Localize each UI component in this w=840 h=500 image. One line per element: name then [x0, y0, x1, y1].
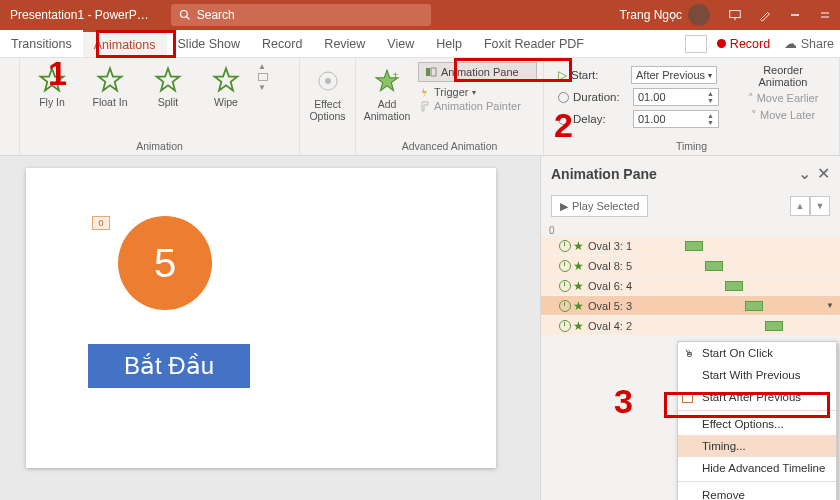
svg-rect-2 [730, 11, 741, 18]
tab-review[interactable]: Review [313, 30, 376, 57]
ribbon: Fly In Float In Split Wipe ▲▼ Animation … [0, 58, 840, 156]
star-icon: ★ [573, 319, 584, 333]
start-label: Start: [571, 69, 627, 81]
effect-label: Float In [92, 96, 127, 108]
trigger-label: Trigger [434, 86, 468, 98]
clock-icon [559, 240, 571, 252]
start-value: After Previous [636, 69, 705, 81]
ctx-timing[interactable]: Timing... [678, 435, 836, 457]
ctx-effect-options[interactable]: Effect Options... [678, 413, 836, 435]
start-dropdown[interactable]: After Previous▾ [631, 66, 717, 84]
window-down-icon[interactable] [810, 0, 840, 30]
anim-item-4[interactable]: ★Oval 4: 2 [541, 316, 840, 336]
svg-rect-15 [426, 68, 430, 76]
animation-list: 0 ★Oval 3: 1 ★Oval 8: 5 ★Oval 6: 4 ★Oval… [541, 225, 840, 336]
share-label: Share [801, 37, 834, 51]
tab-record[interactable]: Record [251, 30, 313, 57]
ctx-start-on-click[interactable]: 🖱Start On Click [678, 342, 836, 364]
draw-icon[interactable] [750, 0, 780, 30]
reorder-label: Reorder Animation [739, 64, 827, 88]
add-animation-icon: + [372, 66, 402, 96]
tab-foxit[interactable]: Foxit Reader PDF [473, 30, 595, 57]
oval-shape[interactable]: 5 [118, 216, 212, 310]
tab-transitions[interactable]: Transitions [0, 30, 83, 57]
anim-item-2[interactable]: ★Oval 6: 4 [541, 276, 840, 296]
play-icon: ▶ [560, 200, 568, 213]
move-later: ˅ Move Later [739, 109, 827, 122]
move-up-icon[interactable]: ▲ [790, 196, 810, 216]
minimize-icon[interactable] [780, 0, 810, 30]
title-bar: Presentation1 - PowerP… Search Trang Ngọ… [0, 0, 840, 30]
slide-canvas[interactable]: 0 5 Bắt Đầu [26, 168, 496, 468]
anim-item-label: Oval 6: 4 [588, 280, 632, 292]
search-box[interactable]: Search [171, 4, 431, 26]
tab-slideshow[interactable]: Slide Show [167, 30, 252, 57]
clock-icon [559, 300, 571, 312]
item-menu-icon[interactable]: ▼ [826, 301, 834, 310]
effect-label: Split [158, 96, 178, 108]
present-icon[interactable] [720, 0, 750, 30]
anim-item-label: Oval 5: 3 [588, 300, 632, 312]
trigger-icon [418, 86, 430, 98]
tab-help[interactable]: Help [425, 30, 473, 57]
play-selected[interactable]: ▶Play Selected [551, 195, 648, 217]
anim-item-3[interactable]: ★Oval 5: 3▼ [541, 296, 840, 316]
group-timing-label: Timing [544, 138, 839, 155]
delay-field[interactable]: 01.00▲▼ [633, 110, 719, 128]
ctx-label: Start After Previous [702, 391, 801, 403]
anim-item-0[interactable]: ★Oval 3: 1 [541, 236, 840, 256]
ctx-start-after-previous[interactable]: Start After Previous [678, 386, 836, 408]
effect-options-icon [313, 66, 343, 96]
pane-icon [425, 66, 437, 78]
clock-icon [559, 320, 571, 332]
thumbnail-rail[interactable] [0, 156, 18, 500]
record-button[interactable]: Record [711, 37, 776, 51]
clock-icon [559, 260, 571, 272]
move-down-icon[interactable]: ▼ [810, 196, 830, 216]
effect-options[interactable]: Effect Options [306, 62, 349, 122]
star-icon: ★ [573, 279, 584, 293]
group-animation-label: Animation [20, 138, 299, 155]
anim-item-1[interactable]: ★Oval 8: 5 [541, 256, 840, 276]
animation-painter[interactable]: Animation Painter [418, 100, 537, 112]
slide-area: 0 5 Bắt Đầu [18, 156, 540, 500]
comments-icon[interactable] [685, 35, 707, 53]
pane-close-icon[interactable]: ✕ [817, 164, 830, 183]
user-area[interactable]: Trang Ngọc [609, 4, 720, 26]
trigger-button[interactable]: Trigger ▾ [418, 86, 537, 98]
anim-item-label: Oval 3: 1 [588, 240, 632, 252]
anim-item-label: Oval 8: 5 [588, 260, 632, 272]
pane-options-icon[interactable]: ⌄ [798, 164, 811, 183]
ribbon-tabs: Transitions Animations Slide Show Record… [0, 30, 840, 58]
annotation-2: 2 [554, 106, 573, 145]
ctx-remove[interactable]: Remove [678, 484, 836, 500]
duration-label: Duration: [573, 91, 629, 103]
avatar [688, 4, 710, 26]
delay-value: 01.00 [638, 113, 666, 125]
star-icon: ★ [573, 239, 584, 253]
effect-split[interactable]: Split [142, 62, 194, 108]
start-button-shape[interactable]: Bắt Đầu [88, 344, 250, 388]
ctx-start-with-previous[interactable]: Start With Previous [678, 364, 836, 386]
gallery-more[interactable]: ▲▼ [258, 62, 272, 92]
duration-field[interactable]: 01.00▲▼ [633, 88, 719, 106]
svg-marker-8 [98, 68, 121, 90]
share-button[interactable]: ☁ Share [780, 36, 838, 51]
ctx-label: Start With Previous [702, 369, 800, 381]
star-icon: ★ [573, 259, 584, 273]
animation-pane-button[interactable]: Animation Pane [418, 62, 537, 82]
tab-animations[interactable]: Animations [83, 30, 167, 57]
start-button-text: Bắt Đầu [124, 352, 214, 380]
anim-tag[interactable]: 0 [92, 216, 110, 230]
tab-view[interactable]: View [376, 30, 425, 57]
effect-wipe[interactable]: Wipe [200, 62, 252, 108]
triangle-icon: ▷ [558, 68, 567, 82]
ctx-label: Hide Advanced Timeline [702, 462, 825, 474]
search-placeholder: Search [197, 8, 235, 22]
ctx-label: Start On Click [702, 347, 773, 359]
workspace: 0 5 Bắt Đầu Animation Pane ⌄ ✕ ▶Play Sel… [0, 156, 840, 500]
ctx-hide-timeline[interactable]: Hide Advanced Timeline [678, 457, 836, 479]
mouse-icon: 🖱 [682, 346, 696, 360]
effect-float-in[interactable]: Float In [84, 62, 136, 108]
add-animation[interactable]: + Add Animation [362, 62, 412, 122]
